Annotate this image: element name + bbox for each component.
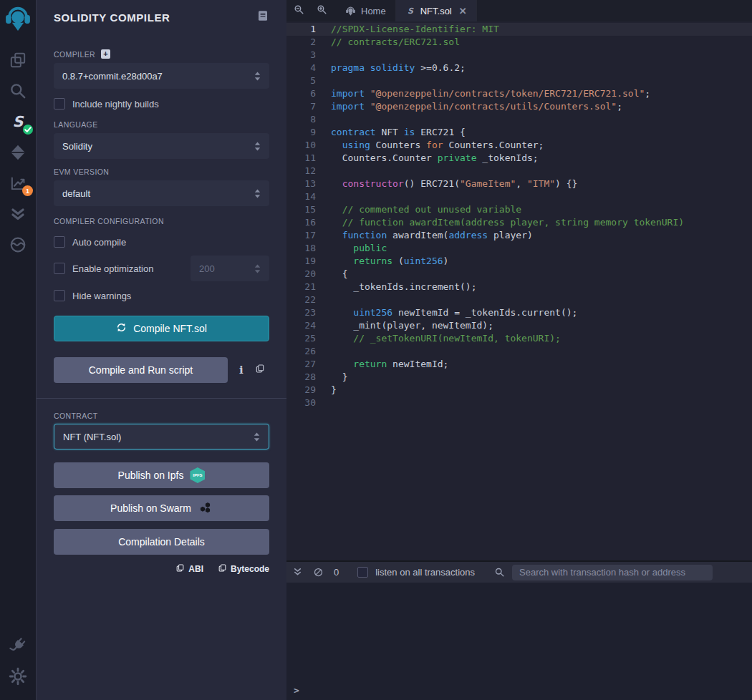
code-line-18[interactable]: 18 public — [286, 242, 752, 255]
code-text: _tokenIds.increment(); — [331, 281, 477, 293]
code-line-13[interactable]: 13 constructor() ERC721("GameItem", "ITM… — [286, 178, 752, 190]
rail-item-settings[interactable] — [6, 664, 30, 688]
line-number: 7 — [286, 100, 331, 113]
line-number: 14 — [286, 190, 331, 203]
listen-transactions-row[interactable]: listen on all transactions — [357, 567, 475, 578]
auto-compile-row[interactable]: Auto compile — [54, 236, 269, 248]
rail-item-deploy-run[interactable] — [6, 140, 30, 164]
tab-home[interactable]: Home — [336, 0, 396, 21]
hide-warnings-checkbox[interactable] — [54, 290, 65, 301]
code-editor[interactable]: 1//SPDX-License-Identifier: MIT2// contr… — [286, 21, 752, 560]
rail-item-sourcify[interactable] — [6, 233, 30, 256]
zoom-in-icon[interactable] — [317, 4, 327, 18]
code-line-27[interactable]: 27 return newItemId; — [286, 358, 752, 371]
add-custom-compiler-icon[interactable]: + — [101, 49, 110, 59]
rail-item-unit-testing[interactable] — [6, 202, 30, 225]
code-line-17[interactable]: 17 function awardItem(address player) — [286, 229, 752, 242]
code-line-10[interactable]: 10 using Counters for Counters.Counter; — [286, 139, 752, 152]
code-text: import "@openzeppelin/contracts/token/ER… — [331, 87, 650, 100]
line-number: 29 — [286, 384, 331, 397]
compile-and-run-button[interactable]: Compile and Run script — [54, 357, 228, 383]
code-line-6[interactable]: 6import "@openzeppelin/contracts/token/E… — [286, 87, 752, 100]
nightly-builds-checkbox[interactable] — [54, 98, 65, 110]
tab-bar: HomeSNFT.sol✕ — [286, 0, 752, 21]
code-line-30[interactable]: 30 — [286, 397, 752, 409]
publish-ipfs-button[interactable]: Publish on Ipfs IPFS — [54, 462, 269, 488]
code-line-22[interactable]: 22 — [286, 293, 752, 306]
select-arrows-icon — [254, 189, 261, 198]
code-line-4[interactable]: 4pragma solidity >=0.6.2; — [286, 62, 752, 74]
copy-icon — [175, 563, 185, 575]
zoom-out-icon[interactable] — [294, 4, 304, 18]
evm-version-value: default — [62, 188, 90, 199]
code-text: } — [331, 371, 347, 384]
code-line-3[interactable]: 3 — [286, 49, 752, 62]
nightly-builds-row[interactable]: Include nightly builds — [54, 98, 269, 110]
copy-bytecode-button[interactable]: Bytecode — [218, 563, 269, 575]
success-badge — [23, 125, 33, 135]
enable-optimization-row[interactable]: Enable optimization — [54, 263, 153, 274]
enable-optimization-checkbox[interactable] — [54, 263, 65, 274]
compile-button[interactable]: Compile NFT.sol — [54, 316, 269, 341]
code-line-7[interactable]: 7import "@openzeppelin/contracts/utils/C… — [286, 100, 752, 113]
contract-value: NFT (NFT.sol) — [63, 432, 121, 442]
line-number: 25 — [286, 332, 331, 345]
code-line-26[interactable]: 26 — [286, 345, 752, 358]
rail-item-plugin-manager[interactable] — [6, 633, 30, 657]
terminal-output[interactable]: > — [286, 583, 752, 700]
code-line-29[interactable]: 29} — [286, 384, 752, 397]
tab-label: NFT.sol — [420, 6, 452, 16]
code-line-25[interactable]: 25 // _setTokenURI(newItemId, tokenURI); — [286, 332, 752, 345]
code-line-9[interactable]: 9contract NFT is ERC721 { — [286, 126, 752, 139]
code-line-5[interactable]: 5 — [286, 74, 752, 87]
rail-top-group: S1 — [6, 44, 30, 260]
clear-pending-icon[interactable] — [313, 567, 324, 578]
line-number: 13 — [286, 178, 331, 190]
code-line-15[interactable]: 15 // commented out unused variable — [286, 203, 752, 216]
close-tab-icon[interactable]: ✕ — [459, 6, 467, 16]
compiler-version-select[interactable]: 0.8.7+commit.e28d00a7 — [54, 63, 269, 89]
listen-transactions-checkbox[interactable] — [357, 567, 368, 578]
documentation-icon[interactable] — [256, 9, 269, 25]
code-line-11[interactable]: 11 Counters.Counter private _tokenIds; — [286, 152, 752, 165]
rail-item-solidity-compiler[interactable]: S — [6, 110, 30, 133]
code-line-12[interactable]: 12 — [286, 165, 752, 178]
swarm-icon — [198, 500, 213, 517]
compilation-details-button[interactable]: Compilation Details — [54, 529, 269, 555]
code-line-23[interactable]: 23 uint256 newItemId = _tokenIds.current… — [286, 306, 752, 319]
file-explorer-icon — [9, 51, 27, 69]
code-line-16[interactable]: 16 // function awardItem(address player,… — [286, 216, 752, 229]
line-number: 15 — [286, 203, 331, 216]
remix-logo[interactable] — [0, 0, 37, 37]
optimization-runs-input[interactable]: 200 — [191, 256, 269, 281]
settings-icon — [9, 667, 27, 686]
terminal-search-input[interactable] — [512, 565, 713, 580]
tab-nft-sol[interactable]: SNFT.sol✕ — [396, 0, 477, 21]
copy-icon[interactable] — [255, 364, 265, 376]
code-line-1[interactable]: 1//SPDX-License-Identifier: MIT — [286, 23, 752, 36]
rail-item-search[interactable] — [6, 79, 30, 102]
copy-abi-button[interactable]: ABI — [175, 563, 203, 575]
rail-item-file-explorer[interactable] — [6, 48, 30, 72]
code-line-19[interactable]: 19 returns (uint256) — [286, 255, 752, 268]
line-number: 11 — [286, 152, 331, 165]
expand-terminal-icon[interactable] — [292, 567, 303, 578]
select-arrows-icon — [254, 72, 261, 81]
hide-warnings-row[interactable]: Hide warnings — [54, 290, 269, 301]
code-line-2[interactable]: 2// contracts/ERC721.sol — [286, 36, 752, 49]
code-line-24[interactable]: 24 _mint(player, newItemId); — [286, 319, 752, 332]
language-select[interactable]: Solidity — [54, 133, 269, 159]
info-icon[interactable]: i — [239, 364, 244, 376]
rail-item-analysis[interactable]: 1 — [6, 171, 30, 195]
code-line-28[interactable]: 28 } — [286, 371, 752, 384]
publish-swarm-button[interactable]: Publish on Swarm — [54, 495, 269, 521]
contract-select[interactable]: NFT (NFT.sol) — [54, 424, 269, 449]
code-line-8[interactable]: 8 — [286, 113, 752, 126]
auto-compile-checkbox[interactable] — [54, 236, 65, 248]
code-line-21[interactable]: 21 _tokenIds.increment(); — [286, 281, 752, 293]
compiler-configuration-label: COMPILER CONFIGURATION — [54, 217, 269, 225]
code-text: function awardItem(address player) — [331, 229, 533, 242]
code-line-14[interactable]: 14 — [286, 190, 752, 203]
code-line-20[interactable]: 20 { — [286, 268, 752, 281]
evm-version-select[interactable]: default — [54, 180, 269, 206]
